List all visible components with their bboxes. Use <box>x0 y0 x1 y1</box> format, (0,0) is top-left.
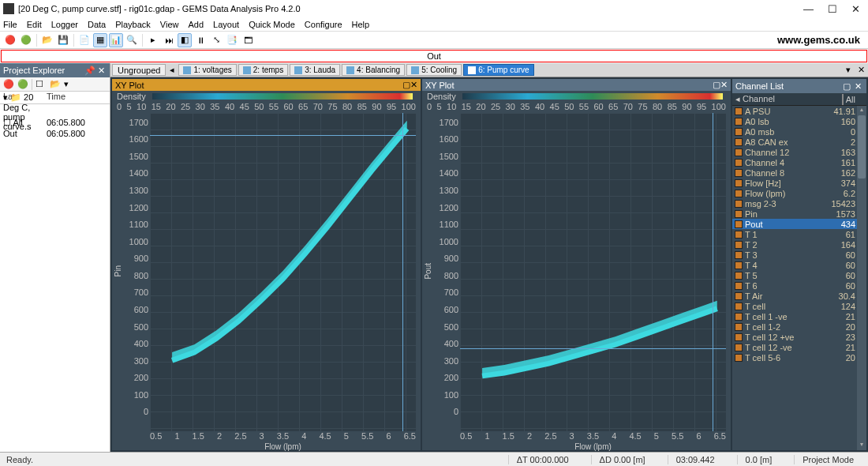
channel-row[interactable]: T 161 <box>732 229 866 239</box>
channel-row[interactable]: Channel 12163 <box>732 147 866 157</box>
tool-save-icon[interactable]: 💾 <box>56 33 70 47</box>
channel-swatch-icon <box>735 251 743 259</box>
menu-edit[interactable]: Edit <box>27 20 42 29</box>
channel-row[interactable]: T cell 1-220 <box>732 321 866 332</box>
exp-btn-5[interactable]: ▾ <box>64 79 75 90</box>
channel-col-name[interactable]: ◂ Channel <box>732 94 829 104</box>
tree-row[interactable]: ▾ 📁 20 Deg C, pump curve.s <box>3 106 107 117</box>
exp-btn-2[interactable]: 🟢 <box>17 79 28 90</box>
channel-row[interactable]: T 560 <box>732 270 866 280</box>
plot-close-icon[interactable]: ✕ <box>720 80 728 90</box>
maximize-button[interactable]: ☐ <box>828 3 837 15</box>
scroll-thumb[interactable] <box>858 115 866 179</box>
channel-list: Channel List▢✕ ◂ Channel All A PSU41.91A… <box>732 79 866 450</box>
tab-lauda[interactable]: 3: Lauda <box>290 64 340 76</box>
col-time[interactable]: Time <box>43 92 69 103</box>
menu-logger[interactable]: Logger <box>51 20 78 29</box>
density-label: Density <box>117 92 146 101</box>
tool-pause-icon[interactable]: ⏸ <box>193 33 208 47</box>
plot-max-icon[interactable]: ▢ <box>713 80 720 90</box>
channel-col-all[interactable]: All <box>829 95 866 104</box>
pin-icon[interactable]: ▢ <box>841 81 852 92</box>
panel-close-icon[interactable]: ✕ <box>95 66 107 76</box>
density-label: Density <box>427 92 456 101</box>
tab-cooling[interactable]: 5: Cooling <box>406 64 462 76</box>
tool-cursor-icon[interactable]: ⤡ <box>209 33 223 47</box>
channel-row[interactable]: Pin1573 <box>732 209 866 219</box>
xy-plot-left[interactable]: XY Plot▢✕ Density 0510152025303540455055… <box>112 79 421 450</box>
tool-export-icon[interactable]: 📑 <box>225 33 239 47</box>
chart-canvas-right[interactable] <box>460 113 726 431</box>
tool-window-icon[interactable]: 🗔 <box>241 33 255 47</box>
tool-chart-icon[interactable]: 📊 <box>109 33 123 47</box>
chart-canvas-left[interactable] <box>150 113 416 431</box>
menu-help[interactable]: Help <box>352 20 370 29</box>
channel-row[interactable]: T cell 12 +ve23 <box>732 332 866 342</box>
scroll-down-icon[interactable]: ▾ <box>857 441 866 450</box>
exp-btn-3[interactable]: ☐ <box>36 79 47 90</box>
tab-group[interactable]: Ungrouped <box>112 64 166 76</box>
tool-grid-icon[interactable]: ▦ <box>93 33 107 47</box>
scroll-up-icon[interactable]: ▴ <box>857 106 866 115</box>
plot-close-icon[interactable]: ✕ <box>410 80 417 90</box>
channel-row[interactable]: T 2164 <box>732 239 866 250</box>
tabs-close-icon[interactable]: ✕ <box>855 65 866 75</box>
minimize-button[interactable]: — <box>803 3 814 15</box>
center-pane: Ungrouped ◂ 1: voltages2: temps3: Lauda4… <box>110 63 868 452</box>
tool-marker-icon[interactable]: ◧ <box>178 33 192 47</box>
exp-btn-1[interactable]: 🔴 <box>3 79 14 90</box>
menu-data[interactable]: Data <box>88 20 106 29</box>
channel-row[interactable]: A0 lsb160 <box>732 116 866 126</box>
status-mode: Project Mode <box>794 455 862 464</box>
tool-play-icon[interactable]: ▸ <box>146 33 160 47</box>
channel-row[interactable]: T Air30.4 <box>732 291 866 301</box>
explorer-tree[interactable]: ▾ 📁 20 Deg C, pump curve.s ☐ All06:05.80… <box>0 104 110 452</box>
channel-row[interactable]: Channel 4161 <box>732 157 866 167</box>
channel-row[interactable]: T cell 1 -ve21 <box>732 311 866 321</box>
channel-row[interactable]: A8 CAN ex2 <box>732 137 866 147</box>
menu-add[interactable]: Add <box>189 20 204 29</box>
tree-row[interactable]: ☐ All06:05.800 <box>3 117 107 128</box>
exp-btn-4[interactable]: 📂 <box>50 79 61 90</box>
tool-new-icon[interactable]: 🔴 <box>3 33 17 47</box>
panel-close-icon[interactable]: ✕ <box>852 81 863 92</box>
menu-quick-mode[interactable]: Quick Mode <box>249 20 295 29</box>
tab-temps[interactable]: 2: temps <box>238 64 288 76</box>
tab-pump-curve[interactable]: 6: Pump curve <box>463 64 533 76</box>
status-ready: Ready. <box>6 455 33 464</box>
menu-layout[interactable]: Layout <box>213 20 239 29</box>
tab-nav-left[interactable]: ◂ <box>167 65 177 75</box>
menu-playback[interactable]: Playback <box>115 20 151 29</box>
tab-voltages[interactable]: 1: voltages <box>178 64 236 76</box>
channel-scrollbar[interactable]: ▴ ▾ <box>857 106 866 450</box>
tool-zoom-icon[interactable]: 🔍 <box>125 33 139 47</box>
channel-row[interactable]: T 460 <box>732 260 866 270</box>
channel-row[interactable]: T cell124 <box>732 301 866 311</box>
menu-configure[interactable]: Configure <box>305 20 342 29</box>
menu-file[interactable]: File <box>3 20 17 29</box>
channel-row[interactable]: A0 msb0 <box>732 126 866 137</box>
channel-row[interactable]: Flow (lpm)6.2 <box>732 188 866 198</box>
tool-open-icon[interactable]: 🟢 <box>19 33 33 47</box>
channel-row[interactable]: T 360 <box>732 250 866 260</box>
xy-plot-right[interactable]: XY Plot▢✕ Density 0510152025303540455055… <box>422 79 731 450</box>
menu-view[interactable]: View <box>160 20 179 29</box>
tool-folder-icon[interactable]: 📂 <box>40 33 54 47</box>
tool-step-icon[interactable]: ⏭ <box>162 33 176 47</box>
tabs-menu-icon[interactable]: ▾ <box>843 65 854 75</box>
plot-max-icon[interactable]: ▢ <box>402 80 410 90</box>
channel-row[interactable]: T cell 5-620 <box>732 352 866 363</box>
tool-doc-icon[interactable]: 📄 <box>77 33 92 47</box>
channel-row[interactable]: msg 2-315423 <box>732 198 866 209</box>
tree-row[interactable]: Out06:05.800 <box>3 128 107 139</box>
plot-area: XY Plot▢✕ Density 0510152025303540455055… <box>110 77 868 452</box>
channel-row[interactable]: T 660 <box>732 280 866 291</box>
channel-row[interactable]: A PSU41.91 <box>732 106 866 116</box>
channel-row[interactable]: Pout434 <box>732 219 866 229</box>
channel-row[interactable]: Channel 8162 <box>732 167 866 178</box>
close-button[interactable]: ✕ <box>851 3 860 15</box>
pin-icon[interactable]: 📌 <box>84 66 95 76</box>
channel-row[interactable]: T cell 12 -ve21 <box>732 342 866 352</box>
channel-row[interactable]: Flow [Hz]374 <box>732 178 866 188</box>
tab-balancing[interactable]: 4: Balancing <box>342 64 405 76</box>
